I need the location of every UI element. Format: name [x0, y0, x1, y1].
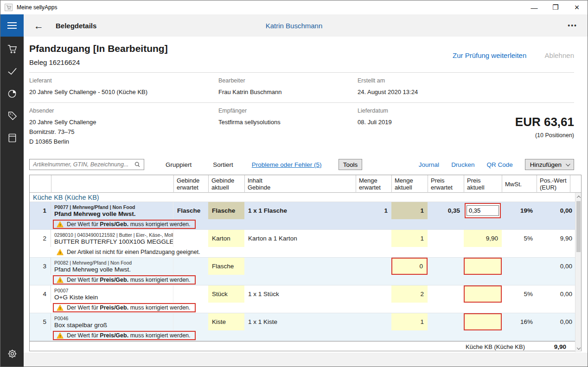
cell-preis-aktuell[interactable] — [464, 258, 502, 275]
close-button[interactable]: × — [566, 0, 588, 14]
pie-chart-icon[interactable] — [0, 82, 24, 104]
row-description[interactable]: P0007 O+G Kiste klein — [51, 285, 173, 303]
hamburger-menu-icon[interactable] — [0, 14, 24, 37]
article-meta: 0298010 | 04034900121592 | Butter | Eier… — [54, 232, 173, 238]
scroll-down-icon[interactable] — [575, 345, 582, 352]
cell-gebinde-erwartet — [173, 285, 208, 303]
absender-line1: 20 Jahre Selly Challenge — [29, 117, 218, 127]
lieferdatum-value: 08. Juli 2019 — [358, 117, 485, 127]
empfaenger-value: Testfirma sellysolutions — [218, 117, 358, 127]
book-icon[interactable] — [0, 127, 24, 149]
cart-icon[interactable] — [0, 38, 24, 60]
cell-gebinde-aktuell[interactable]: Karton — [208, 230, 244, 247]
empfaenger-label: Empfänger — [218, 108, 358, 114]
reject-link[interactable]: Ablehnen — [545, 51, 574, 59]
cell-gebinde-erwartet — [173, 313, 208, 330]
cell-preis-aktuell[interactable] — [464, 202, 502, 219]
warning-text: Der Wert für Preis/Geb. muss korrigiert … — [67, 221, 191, 228]
erstellt-label: Erstellt am — [358, 77, 485, 84]
col-number — [30, 175, 51, 193]
app-header: ← Belegdetails Katrin Buschmann ••• — [0, 14, 588, 37]
gruppiert-toggle[interactable]: Gruppiert — [166, 161, 192, 168]
qr-code-link[interactable]: QR Code — [486, 161, 512, 168]
gear-icon[interactable] — [0, 342, 24, 365]
forward-for-review-link[interactable]: Zur Prüfung weiterleiten — [453, 51, 526, 59]
cell-menge-aktuell[interactable]: 1 — [391, 230, 428, 247]
vertical-scrollbar[interactable] — [575, 193, 581, 352]
article-name: O+G Kiste klein — [54, 294, 98, 301]
check-icon[interactable] — [0, 60, 24, 82]
cell-preis-aktuell[interactable]: 9,90 — [464, 230, 502, 247]
cell-gebinde-aktuell[interactable]: Flasche — [208, 258, 244, 275]
svg-text:!: ! — [59, 223, 61, 227]
search-input[interactable] — [30, 160, 134, 169]
window-title: Meine sellyApps — [17, 4, 57, 11]
scroll-up-icon[interactable] — [575, 193, 582, 200]
table-row[interactable]: 1 P0077 | Mehrweg/Pfand | Non Food Pfand… — [30, 202, 576, 219]
document-number: Beleg 16216624 — [29, 58, 582, 66]
col-menge-aktuell[interactable]: Mengeaktuell — [391, 175, 428, 193]
cell-inhalt: Karton a 1 Karton — [244, 230, 356, 247]
table-row[interactable]: 5 P0046 Box stapelbar groß Kiste 1 x 1 K… — [30, 313, 576, 330]
nav-sidebar — [0, 37, 24, 367]
tools-button[interactable]: Tools — [339, 159, 363, 170]
row-description[interactable]: 0298010 | 04034900121592 | Butter | Eier… — [51, 230, 173, 247]
back-arrow-icon[interactable]: ← — [34, 21, 44, 31]
cell-menge-aktuell[interactable]: 1 — [391, 202, 428, 219]
row-description[interactable]: P0046 Box stapelbar groß — [51, 313, 173, 330]
scrollbar-thumb[interactable] — [576, 201, 581, 252]
article-meta: P0082 | Mehrweg/Pfand | Non Food — [54, 260, 132, 266]
items-toolbar: Gruppiert Sortiert Probleme oder Fehler … — [29, 158, 574, 171]
cell-preis-aktuell[interactable] — [464, 285, 502, 303]
bottom-strip — [24, 353, 588, 367]
maximize-button[interactable]: ❐ — [545, 0, 566, 14]
hinzufuegen-dropdown[interactable]: Hinzufügen — [525, 159, 574, 170]
problems-errors-link[interactable]: Probleme oder Fehler (5) — [252, 161, 322, 168]
col-mwst[interactable]: MwSt. — [502, 175, 537, 193]
col-preis-aktuell[interactable]: Preisaktuell — [464, 175, 502, 193]
row-description[interactable]: P0082 | Mehrweg/Pfand | Non Food Pfand M… — [51, 258, 173, 275]
cell-preis-aktuell[interactable] — [464, 313, 502, 330]
col-pos-wert[interactable]: Pos.-Wert(EUR) — [537, 175, 570, 193]
preis-aktuell-input[interactable] — [467, 205, 499, 216]
table-row[interactable]: 3 P0082 | Mehrweg/Pfand | Non Food Pfand… — [30, 258, 576, 275]
journal-link[interactable]: Journal — [419, 161, 439, 168]
app-window: Meine sellyApps — ❐ × ← Belegdetails Kat… — [0, 0, 588, 367]
col-inhalt-gebinde[interactable]: InhaltGebinde — [244, 175, 356, 193]
row-description[interactable]: P0077 | Mehrweg/Pfand | Non Food Pfand M… — [51, 202, 173, 219]
article-name: BUTTER BUTTERFLY 100X10G MEGGLE — [54, 238, 173, 245]
minimize-button[interactable]: — — [524, 0, 545, 14]
tag-icon[interactable] — [0, 104, 24, 127]
cell-preis-erwartet — [428, 258, 464, 275]
cell-menge-aktuell[interactable]: 0 — [391, 258, 428, 275]
cell-gebinde-erwartet — [173, 230, 208, 247]
hinzufuegen-label: Hinzufügen — [530, 161, 562, 168]
table-row[interactable]: 2 0298010 | 04034900121592 | Butter | Ei… — [30, 230, 576, 247]
chevron-down-icon — [566, 162, 570, 166]
cell-menge-aktuell[interactable]: 1 — [391, 313, 428, 330]
cell-gebinde-aktuell[interactable]: Flasche — [208, 202, 244, 219]
article-meta: P0007 — [54, 288, 68, 293]
table-row[interactable]: 4 P0007 O+G Kiste klein Stück 1 x 1 Stüc… — [30, 285, 576, 303]
cell-gebinde-aktuell[interactable]: Stück — [208, 285, 244, 303]
col-gebinde-aktuell[interactable]: Gebindeaktuell — [208, 175, 244, 193]
bearbeiter-value: Frau Katrin Buschmann — [218, 87, 358, 97]
sortiert-toggle[interactable]: Sortiert — [213, 161, 233, 168]
more-options-icon[interactable]: ••• — [568, 22, 577, 29]
cell-gebinde-aktuell[interactable]: Kiste — [208, 313, 244, 330]
warning-text: Der Artikel ist nicht für einen Pfandzug… — [67, 249, 200, 255]
cell-menge-erwartet — [356, 230, 391, 247]
lieferant-value: 20 Jahre Selly Challenge - 5010 (Küche K… — [29, 87, 218, 97]
positions-count: (10 Positionen) — [485, 132, 574, 139]
svg-text:!: ! — [59, 278, 61, 283]
col-preis-erwartet[interactable]: Preiserwartet — [428, 175, 464, 193]
col-gebinde-erwartet[interactable]: Gebindeerwartet — [173, 175, 208, 193]
cell-menge-erwartet — [356, 258, 391, 275]
col-menge-erwartet[interactable]: Mengeerwartet — [356, 175, 391, 193]
warning-box: ! Der Wert für Preis/Geb. muss korrigier… — [53, 331, 196, 340]
drucken-link[interactable]: Drucken — [451, 161, 474, 168]
cell-preis-erwartet — [428, 230, 464, 247]
main-content: Pfandzugang [In Bearbeitung] Beleg 16216… — [24, 37, 588, 367]
cell-menge-aktuell[interactable]: 2 — [391, 285, 428, 303]
search-box[interactable] — [29, 159, 144, 170]
